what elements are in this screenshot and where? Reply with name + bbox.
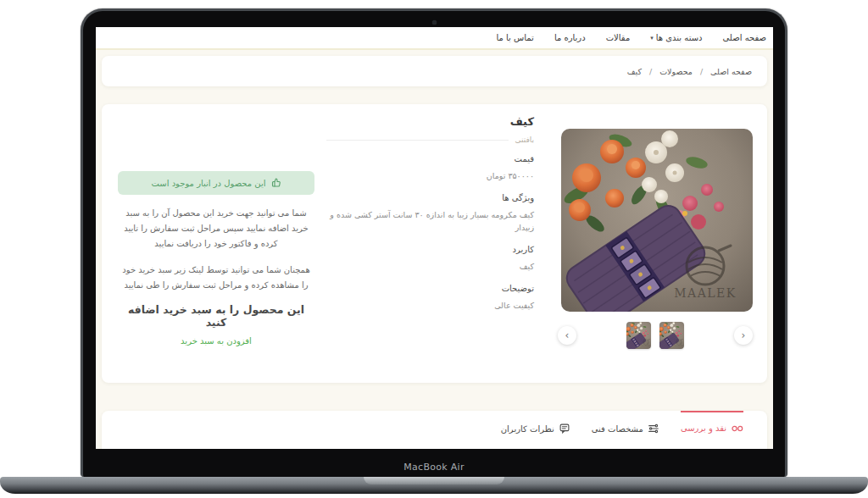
nav-item-contact[interactable]: تماس با ما xyxy=(496,33,533,42)
detail-label: کاربرد xyxy=(326,245,534,254)
breadcrumb-separator: / xyxy=(700,67,703,76)
detail-value: کیف مکرومه بسیار زیبا به اندازه ۳۰ سانت … xyxy=(326,209,534,234)
nav-label: مقالات xyxy=(606,33,631,42)
detail-price: قیمت ۳۵۰۰۰۰ تومان xyxy=(326,154,534,182)
detail-value: ۳۵۰۰۰۰ تومان xyxy=(326,170,534,182)
comment-icon xyxy=(559,423,570,434)
tab-specifications[interactable]: مشخصات فنی xyxy=(592,411,659,434)
browser-viewport: صفحه اصلی دسته بندی ها ▾ مقالات درباره م… xyxy=(96,27,773,449)
chevron-down-icon: ▾ xyxy=(650,35,654,42)
product-photo-art: MAALEK xyxy=(561,129,753,312)
sliders-icon xyxy=(648,423,659,434)
detail-label: ویژگی ها xyxy=(326,193,534,202)
svg-text:MAALEK: MAALEK xyxy=(674,286,737,300)
tab-label: نظرات کاربران xyxy=(501,424,554,434)
nav-label: دسته بندی ها xyxy=(656,33,703,42)
product-subtitle-row: بافتنی xyxy=(326,136,534,144)
breadcrumb-home[interactable]: صفحه اصلی xyxy=(710,67,752,76)
review-icon xyxy=(732,424,743,433)
tab-label: نقد و بررسی xyxy=(681,423,726,433)
image-carousel: ‹ › xyxy=(558,320,753,351)
tab-user-comments[interactable]: نظرات کاربران xyxy=(501,411,570,434)
product-info: کیف بافتنی قیمت ۳۵۰۰۰۰ تومان xyxy=(114,115,534,346)
top-navigation: صفحه اصلی دسته بندی ها ▾ مقالات درباره م… xyxy=(96,27,773,50)
trackpad-notch xyxy=(364,477,504,484)
detail-features: ویژگی ها کیف مکرومه بسیار زیبا به اندازه… xyxy=(326,193,534,234)
product-card: کیف بافتنی قیمت ۳۵۰۰۰۰ تومان xyxy=(102,104,767,383)
product-title: کیف xyxy=(114,115,534,128)
nav-label: صفحه اصلی xyxy=(723,33,766,42)
nav-item-categories[interactable]: دسته بندی ها ▾ xyxy=(650,33,702,42)
nav-item-about[interactable]: درباره ما xyxy=(554,33,586,42)
nav-item-articles[interactable]: مقالات xyxy=(606,33,631,42)
detail-value: کیف xyxy=(326,261,534,273)
stock-status-text: این محصول در انبار موجود است xyxy=(151,179,265,188)
carousel-next-button[interactable]: › xyxy=(734,326,753,345)
product-subtitle: بافتنی xyxy=(515,136,534,144)
breadcrumb-products[interactable]: محصولات xyxy=(659,67,693,76)
detail-label: توضیحات xyxy=(326,284,534,293)
detail-description: توضیحات کیفیت عالی xyxy=(326,284,534,312)
webcam-dot xyxy=(432,20,437,25)
purchase-paragraph-2: همچنان شما می توانید توسط لینک زیر سبد خ… xyxy=(118,263,314,293)
divider xyxy=(326,140,509,141)
carousel-prev-button[interactable]: ‹ xyxy=(558,326,576,345)
nav-label: تماس با ما xyxy=(496,33,533,42)
nav-label: درباره ما xyxy=(554,33,586,42)
add-to-cart-heading: این محصول را به سبد خرید اضافه کنید xyxy=(118,303,314,329)
device-label: MacBook Air xyxy=(83,462,785,473)
thumbnail-2[interactable] xyxy=(659,322,684,349)
thumbnail-1[interactable] xyxy=(626,322,651,349)
tab-label: مشخصات فنی xyxy=(592,424,643,434)
breadcrumb: صفحه اصلی / محصولات / کیف xyxy=(102,56,767,86)
breadcrumb-separator: / xyxy=(649,67,652,76)
carousel-thumbnails xyxy=(626,322,684,349)
detail-label: قیمت xyxy=(326,154,534,163)
product-tabs: نقد و بررسی مشخصات فنی xyxy=(102,411,767,449)
stock-status-badge: این محصول در انبار موجود است xyxy=(118,171,314,195)
tab-reviews[interactable]: نقد و بررسی xyxy=(681,411,743,433)
breadcrumb-current: کیف xyxy=(627,67,642,76)
purchase-column: این محصول در انبار موجود است شما می توان… xyxy=(114,154,326,346)
laptop-base xyxy=(0,477,868,494)
macbook-mockup: صفحه اصلی دسته بندی ها ▾ مقالات درباره م… xyxy=(0,0,868,498)
thumbs-up-icon xyxy=(271,178,281,188)
add-to-cart-link[interactable]: افزودن به سبد خرید xyxy=(118,336,314,346)
product-details: قیمت ۳۵۰۰۰۰ تومان ویژگی ها کیف مکرومه بس… xyxy=(326,154,534,346)
purchase-paragraph-1: شما می توانید جهت خرید این محصول آن را ب… xyxy=(118,206,314,252)
detail-usage: کاربرد کیف xyxy=(326,245,534,273)
detail-value: کیفیت عالی xyxy=(326,300,534,312)
nav-item-home[interactable]: صفحه اصلی xyxy=(723,33,766,42)
laptop-lid: صفحه اصلی دسته بندی ها ▾ مقالات درباره م… xyxy=(81,8,787,477)
product-main-image[interactable]: MAALEK xyxy=(561,129,753,312)
